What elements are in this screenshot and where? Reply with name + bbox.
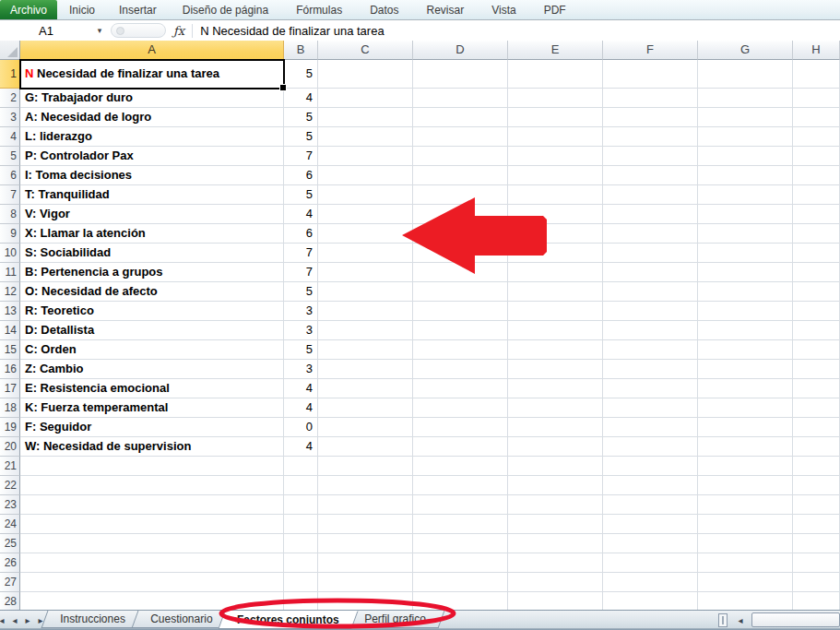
row-header-22[interactable]: 22: [0, 476, 20, 495]
cell[interactable]: [413, 592, 508, 610]
cell[interactable]: [318, 89, 413, 108]
cell-a15[interactable]: C: Orden: [20, 340, 284, 360]
cell[interactable]: [284, 457, 318, 476]
cell-a5[interactable]: P: Controlador Pax: [20, 147, 284, 166]
cell[interactable]: [508, 553, 603, 573]
cell-b1[interactable]: 5: [284, 60, 318, 89]
cell[interactable]: [603, 476, 698, 495]
cell[interactable]: [413, 340, 508, 360]
cell[interactable]: [284, 553, 318, 573]
cell[interactable]: [793, 224, 840, 244]
cell[interactable]: [508, 340, 603, 360]
cell[interactable]: [698, 398, 793, 418]
cell-b11[interactable]: 7: [284, 263, 318, 282]
cell[interactable]: [20, 515, 284, 534]
cell[interactable]: [318, 263, 413, 282]
cell[interactable]: [603, 573, 698, 592]
cell[interactable]: [508, 592, 603, 610]
cell[interactable]: [20, 592, 284, 610]
cell[interactable]: [318, 205, 413, 224]
cell-b9[interactable]: 6: [284, 224, 318, 244]
cell[interactable]: [318, 476, 413, 495]
cell[interactable]: [413, 495, 508, 515]
cell[interactable]: [318, 418, 413, 437]
column-header-g[interactable]: G: [698, 41, 793, 60]
cell-b20[interactable]: 4: [284, 437, 318, 457]
cell[interactable]: [603, 437, 698, 457]
cell[interactable]: [413, 476, 508, 495]
cell[interactable]: [698, 515, 793, 534]
row-header-10[interactable]: 10: [0, 244, 20, 263]
cell[interactable]: [318, 340, 413, 360]
cell[interactable]: [284, 592, 318, 610]
cell[interactable]: [413, 321, 508, 340]
cell[interactable]: [508, 418, 603, 437]
cell-a6[interactable]: I: Toma decisiones: [20, 166, 284, 185]
cell[interactable]: [793, 263, 840, 282]
cell[interactable]: [793, 60, 840, 89]
cell[interactable]: [698, 592, 793, 610]
cell-b16[interactable]: 3: [284, 360, 318, 379]
cell[interactable]: [793, 553, 840, 573]
cell[interactable]: [508, 515, 603, 534]
row-header-12[interactable]: 12: [0, 282, 20, 302]
row-header-19[interactable]: 19: [0, 418, 20, 437]
cell[interactable]: [698, 302, 793, 321]
cell[interactable]: [318, 185, 413, 205]
cell[interactable]: [603, 553, 698, 573]
cell[interactable]: [793, 185, 840, 205]
cell[interactable]: [793, 457, 840, 476]
cell[interactable]: [603, 89, 698, 108]
cell[interactable]: [793, 166, 840, 185]
cell[interactable]: [793, 379, 840, 398]
cell[interactable]: [793, 573, 840, 592]
cell[interactable]: [508, 205, 603, 224]
cell[interactable]: [508, 166, 603, 185]
row-header-2[interactable]: 2: [0, 89, 20, 108]
cell[interactable]: [413, 205, 508, 224]
cell[interactable]: [20, 553, 284, 573]
cell[interactable]: [413, 127, 508, 147]
cell[interactable]: [413, 553, 508, 573]
menu-tab-inicio[interactable]: Inicio: [57, 0, 107, 19]
cell[interactable]: [318, 495, 413, 515]
cell[interactable]: [698, 534, 793, 553]
row-header-24[interactable]: 24: [0, 515, 20, 534]
row-header-4[interactable]: 4: [0, 127, 20, 147]
cell[interactable]: [413, 515, 508, 534]
cell[interactable]: [698, 457, 793, 476]
cell[interactable]: [698, 495, 793, 515]
cell[interactable]: [508, 263, 603, 282]
cell-a8[interactable]: V: Vigor: [20, 205, 284, 224]
cell-a7[interactable]: T: Tranquilidad: [20, 185, 284, 205]
cell[interactable]: [698, 147, 793, 166]
row-header-21[interactable]: 21: [0, 457, 20, 476]
cell[interactable]: [20, 476, 284, 495]
column-header-f[interactable]: F: [603, 41, 698, 60]
cell[interactable]: [508, 127, 603, 147]
row-header-26[interactable]: 26: [0, 553, 20, 573]
cell[interactable]: [318, 457, 413, 476]
cell[interactable]: [508, 437, 603, 457]
cell[interactable]: [413, 534, 508, 553]
file-tab-archivo[interactable]: Archivo: [0, 0, 57, 19]
cell[interactable]: [793, 108, 840, 127]
column-header-c[interactable]: C: [318, 41, 413, 60]
cell[interactable]: [793, 302, 840, 321]
cell[interactable]: [508, 302, 603, 321]
cell[interactable]: [284, 495, 318, 515]
cell[interactable]: [793, 89, 840, 108]
cell[interactable]: [698, 166, 793, 185]
cell[interactable]: [413, 418, 508, 437]
cell[interactable]: [793, 147, 840, 166]
cell[interactable]: [698, 360, 793, 379]
cell-b15[interactable]: 5: [284, 340, 318, 360]
cell[interactable]: [793, 340, 840, 360]
cell[interactable]: [318, 108, 413, 127]
cell[interactable]: [698, 108, 793, 127]
cell[interactable]: [603, 147, 698, 166]
cell[interactable]: [698, 263, 793, 282]
row-header-27[interactable]: 27: [0, 573, 20, 592]
cell[interactable]: [20, 495, 284, 515]
cell[interactable]: [318, 147, 413, 166]
